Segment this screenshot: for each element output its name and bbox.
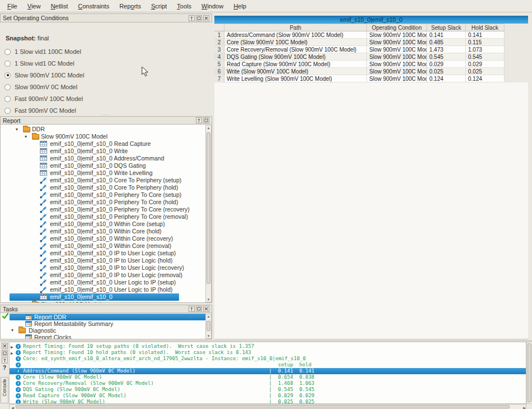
- column-header-setup-slack[interactable]: Setup Slack: [427, 24, 466, 31]
- info-icon: i: [16, 362, 21, 367]
- tree-item-label: Slow 900mV 100C Model: [41, 133, 107, 140]
- table-row[interactable]: 4DQS Gating (Slow 900mV 100C Model)Slow …: [214, 53, 505, 61]
- radio-option-1[interactable]: 1 Slow vid1 100C Model: [4, 47, 81, 56]
- tree-item[interactable]: emif_s10_0|emif_s10_0 Within Core (remov…: [1, 242, 212, 250]
- close-icon[interactable]: [2, 343, 8, 349]
- tree-item[interactable]: emif_s10_0|emif_s10_0 User Logic to IP (…: [1, 286, 212, 293]
- tree-item[interactable]: emif_s10_0|emif_s10_0 Periphery To Core …: [1, 206, 212, 213]
- console-line[interactable]: iDQS Gating (Slow 900mV 0C Model)| 0.545…: [10, 387, 526, 393]
- tree-item[interactable]: emif_s10_0|emif_s10_0 Periphery To Core …: [1, 199, 212, 206]
- console-vscrollbar[interactable]: [526, 342, 532, 404]
- tree-item[interactable]: emif_s10_0|emif_s10_0 Core To Periphery …: [1, 177, 212, 184]
- results-table-empty-area: [214, 82, 528, 339]
- console-line[interactable]: iCore: ed_synth_emif_s10_0_altera_emif_a…: [10, 356, 526, 362]
- console-line[interactable]: ▶iReport Timing: Found 10 setup paths (0…: [10, 343, 526, 350]
- tree-item[interactable]: emif_s10_0|emif_s10_0: [1, 293, 212, 301]
- column-header-hold-slack[interactable]: Hold Slack: [466, 24, 505, 31]
- tree-item-label: emif_s10_0|emif_s10_0 IP to User Logic (…: [50, 272, 182, 279]
- pin-icon[interactable]: [189, 15, 195, 21]
- menu-item-constraints[interactable]: Constraints: [73, 1, 114, 11]
- tree-item[interactable]: emif_s10_0|emif_s10_0 IP to User Logic (…: [1, 264, 212, 272]
- task-item[interactable]: Report DDR: [1, 314, 212, 320]
- table-report-icon: [40, 141, 47, 146]
- menu-item-file[interactable]: File: [2, 1, 22, 11]
- console-line[interactable]: ▶iReport Timing: Found 10 hold paths (0 …: [10, 350, 526, 356]
- tree-item[interactable]: emif_s10_0|emif_s10_0 Core To Periphery …: [1, 184, 212, 191]
- collapse-icon[interactable]: ▼: [14, 127, 20, 131]
- tree-item[interactable]: ▼DDR: [1, 126, 212, 133]
- radio-option-5[interactable]: Fast 900mV 100C Model: [4, 94, 83, 103]
- restore-icon[interactable]: [2, 350, 8, 356]
- console-slack-values: setup hold: [269, 362, 311, 368]
- transfer-report-icon: [40, 236, 47, 242]
- console-message-text: Report Timing: Found 10 hold paths (0 vi…: [23, 350, 251, 356]
- pin-icon[interactable]: [196, 117, 202, 123]
- help-icon[interactable]: ?: [0, 365, 9, 371]
- radio-icon[interactable]: [4, 61, 11, 67]
- tree-item[interactable]: emif_s10_0|emif_s10_0 Address/Command: [1, 155, 212, 162]
- tasks-scrollbar[interactable]: ▲ ▼: [205, 314, 212, 339]
- menu-item-netlist[interactable]: Netlist: [45, 1, 73, 11]
- collapse-icon[interactable]: ▼: [23, 135, 29, 139]
- collapse-icon[interactable]: ▼: [10, 328, 15, 332]
- radio-icon[interactable]: [4, 49, 11, 55]
- radio-selected-icon[interactable]: [4, 72, 11, 79]
- console-tab[interactable]: Console: [1, 377, 8, 403]
- tree-item[interactable]: emif_s10_0|emif_s10_0 Within Core (setup…: [1, 220, 212, 228]
- task-item[interactable]: ▼Diagnostic: [1, 327, 212, 334]
- tree-item[interactable]: emif_s10_0|emif_s10_0 Periphery To Core …: [1, 213, 212, 220]
- menu-item-script[interactable]: Script: [146, 1, 172, 11]
- task-item-label: Diagnostic: [29, 327, 56, 334]
- tree-item[interactable]: emif_s10_0|emif_s10_0 IP to User Logic (…: [1, 257, 212, 264]
- table-row[interactable]: 1Address/Command (Slow 900mV 100C Model)…: [214, 31, 505, 39]
- tree-item[interactable]: emif_s10_0|emif_s10_0 Write: [1, 148, 212, 155]
- menu-item-tools[interactable]: Tools: [172, 1, 196, 11]
- table-row[interactable]: 2Core (Slow 900mV 100C Model)Slow 900mV …: [214, 39, 505, 46]
- pin-icon[interactable]: [189, 306, 195, 312]
- radio-option-3[interactable]: Slow 900mV 100C Model: [4, 71, 84, 80]
- table-row[interactable]: 6Write (Slow 900mV 100C Model)Slow 900mV…: [214, 68, 505, 75]
- radio-icon[interactable]: [4, 84, 11, 90]
- menu-item-window[interactable]: Window: [196, 1, 228, 11]
- menu-item-view[interactable]: View: [22, 1, 46, 11]
- tree-item[interactable]: emif_s10_0|emif_s10_0 User Logic to IP (…: [1, 279, 212, 286]
- radio-option-2[interactable]: 1 Slow vid1 0C Model: [4, 59, 74, 68]
- table-row[interactable]: 3Core Recovery/Removal (Slow 900mV 100C …: [214, 46, 505, 53]
- menu-item-help[interactable]: Help: [228, 1, 251, 11]
- tree-item[interactable]: ▼Slow 900mV 100C Model: [1, 133, 212, 140]
- console-hscrollbar[interactable]: ◀ ▶: [9, 404, 526, 409]
- splitter-handle[interactable]: .....: [0, 112, 212, 115]
- restore-icon[interactable]: [196, 15, 202, 21]
- close-icon[interactable]: [203, 306, 209, 312]
- task-item[interactable]: Report Clocks: [1, 334, 212, 339]
- console-line[interactable]: i setup hold: [10, 362, 526, 368]
- tree-item[interactable]: emif_s10_0|emif_s10_0 IP to User Logic (…: [1, 272, 212, 279]
- table-row[interactable]: 7Write Levelling (Slow 900mV 100C Model)…: [214, 75, 505, 82]
- tree-item[interactable]: emif_s10_0|emif_s10_0 Periphery To Core …: [1, 191, 212, 199]
- console-line[interactable]: iAddress/Command (Slow 900mV 0C Model)| …: [10, 368, 526, 374]
- menu-item-reports[interactable]: Reports: [114, 1, 146, 11]
- restore-icon[interactable]: [196, 306, 202, 312]
- restore-icon[interactable]: [203, 117, 209, 123]
- task-report-icon: [25, 334, 32, 339]
- tree-item[interactable]: emif_s10_0|emif_s10_0 IP to User Logic (…: [1, 250, 212, 257]
- task-item[interactable]: Report Metastability Summary: [1, 320, 212, 327]
- tree-item[interactable]: emif_s10_0|emif_s10_0 Write Levelling: [1, 169, 212, 177]
- column-header-operating-condition[interactable]: Operating Condition: [367, 24, 427, 31]
- radio-option-4[interactable]: Slow 900mV 0C Model: [4, 82, 77, 91]
- console-line[interactable]: iRead Capture (Slow 900mV 0C Model)| 0.0…: [10, 393, 526, 399]
- console-line[interactable]: iCore (Slow 900mV 0C Model)| 0.654 0.038: [10, 374, 526, 380]
- tree-item[interactable]: emif_s10_0|emif_s10_0 DQS Gating: [1, 162, 212, 169]
- hold-slack-cell: 0.124: [466, 75, 505, 82]
- tree-item[interactable]: emif_s10_0|emif_s10_0 Within Core (hold): [1, 228, 212, 235]
- console-line[interactable]: iCore Recovery/Removal (Slow 900mV 0C Mo…: [10, 380, 526, 387]
- tree-item[interactable]: emif_s10_0|emif_s10_0 Read Capture: [1, 140, 212, 148]
- column-header-path[interactable]: Path: [224, 24, 367, 31]
- radio-icon[interactable]: [4, 96, 11, 102]
- report-tree-scrollbar[interactable]: ▲ ▼: [205, 125, 212, 302]
- close-icon[interactable]: [203, 15, 209, 21]
- console-line[interactable]: iWrite (Slow 900mV 0C Model)| 0.025 0.02…: [10, 399, 526, 404]
- tree-item[interactable]: emif_s10_0|emif_s10_0 Within Core (recov…: [1, 235, 212, 242]
- table-row[interactable]: 5Read Capture (Slow 900mV 100C Model)Slo…: [214, 61, 505, 68]
- pin-icon[interactable]: [2, 357, 8, 364]
